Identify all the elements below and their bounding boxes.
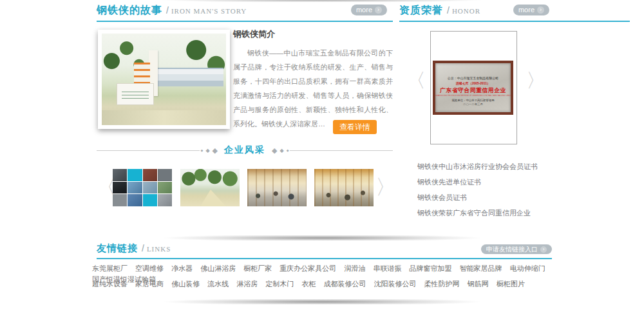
honor-more-button[interactable]: more› (513, 5, 549, 15)
friend-link[interactable]: 柔性防护网 (424, 279, 460, 290)
story-more-button[interactable]: more› (351, 5, 387, 15)
links-top-shadow-divider (100, 235, 544, 241)
certificate-viewer[interactable]: 公示：中山市瑞宝五金制品有限公司 连续七年（2005-2011） 广东省守合同重… (430, 31, 517, 144)
friend-links-row-2: 超纯水设备 家居电商 佛山装修 流水线 淋浴房 定制木门 衣柜 成都装修公司 沈… (92, 279, 552, 290)
gallery-image-workshop-2[interactable] (314, 169, 374, 206)
story-subtitle: IRON MAN'S STORY (171, 7, 247, 15)
title-slash: / (142, 243, 144, 253)
plaque-date-line: 二〇一二年三月 (435, 102, 511, 106)
intro-heading: 钢铁侠简介 (233, 28, 393, 40)
plaque-award-title-en: GUANGDONG PROVINCE ENTERPRISE OF OBSERVI… (435, 95, 511, 97)
friend-link[interactable]: 沈阳装修公司 (374, 279, 417, 290)
divider-line (97, 150, 200, 151)
plaque-award-title: 广东省守合同重信用企业 (435, 87, 511, 95)
links-title: 友情链接 (97, 242, 138, 253)
friend-link[interactable]: 佛山淋浴房 (200, 263, 236, 274)
factory-building (151, 68, 223, 86)
apply-link-button[interactable]: 申请友情链接入口› (481, 244, 552, 254)
plaque-years-line: 连续七年（2005-2011） (435, 81, 511, 86)
honor-list-item[interactable]: 钢铁侠荣获广东省守合同重信用企业 (417, 205, 623, 221)
diamond-icon: ◆ (287, 148, 289, 152)
title-slash: / (166, 5, 169, 15)
links-section-header: 友情链接/LINKS 申请友情链接入口› (97, 242, 552, 259)
honor-list-item[interactable]: 钢铁侠会员证书 (417, 190, 623, 205)
gallery-image-collage[interactable] (113, 169, 172, 206)
diamond-icon: ◆ (213, 146, 218, 155)
friend-link[interactable]: 品牌窗帘加盟 (410, 263, 452, 274)
friend-link[interactable]: 润滑油 (344, 263, 365, 274)
gallery-image-workshop-1[interactable] (247, 169, 307, 206)
certificate-plaque-image: 公示：中山市瑞宝五金制品有限公司 连续七年（2005-2011） 广东省守合同重… (433, 61, 513, 115)
friend-link[interactable]: 串联谐振 (373, 263, 401, 274)
intro-paragraph: 钢铁侠——中山市瑞宝五金制品有限公司的下属子品牌，专注于收纳系统的研发、生产、销… (233, 46, 393, 131)
honor-section-header: 资质荣誉/HONOR more› (399, 4, 630, 22)
friend-link[interactable]: 净水器 (171, 263, 193, 274)
honor-next-arrow[interactable]: 〉 (526, 70, 545, 92)
friend-link[interactable]: 流水线 (207, 279, 229, 290)
company-photo[interactable] (98, 30, 230, 129)
chevron-right-icon: › (537, 6, 544, 14)
honor-list-item[interactable]: 钢铁侠先进单位证书 (417, 174, 623, 190)
driveway (102, 110, 226, 125)
friend-link[interactable]: 成都装修公司 (323, 279, 366, 290)
honor-list-item[interactable]: 钢铁侠中山市沐浴房行业协会会员证书 (417, 159, 623, 174)
friend-link[interactable]: 空调维修 (135, 263, 164, 274)
carousel-next-arrow[interactable]: 〉 (375, 175, 396, 199)
story-title: 钢铁侠的故事 (97, 5, 162, 15)
friend-link[interactable]: 衣柜 (301, 279, 316, 290)
title-slash: / (447, 5, 450, 15)
view-details-button[interactable]: 查看详情 (333, 120, 377, 134)
friend-link[interactable]: 定制木门 (265, 279, 294, 290)
diamond-icon: ◆ (201, 148, 204, 152)
honor-list: 钢铁侠中山市沐浴房行业协会会员证书 钢铁侠先进单位证书 钢铁侠会员证书 钢铁侠荣… (417, 159, 623, 221)
story-section-header: 钢铁侠的故事/IRON MAN'S STORY more› (97, 4, 393, 22)
showcase-title: 企业风采 (224, 144, 265, 156)
honor-title: 资质荣誉 (399, 5, 443, 15)
friend-link[interactable]: 淋浴房 (236, 279, 258, 290)
diamond-icon: ◆ (279, 148, 283, 153)
honor-prev-arrow[interactable]: 〈 (406, 70, 426, 92)
links-subtitle: LINKS (147, 245, 171, 253)
friend-link[interactable]: 东莞展柜厂 (92, 263, 128, 274)
bottom-shadow-divider (100, 299, 544, 304)
friend-link[interactable]: 橱柜图片 (497, 279, 525, 290)
plaque-company-line: 公示：中山市瑞宝五金制品有限公司 (435, 76, 511, 81)
friend-link[interactable]: 重庆办公家具公司 (279, 263, 336, 274)
friend-link[interactable]: 智能家居品牌 (460, 263, 502, 274)
friend-link[interactable]: 钢筋网 (468, 279, 489, 290)
divider-line (290, 150, 393, 151)
gallery-image-road[interactable] (180, 169, 240, 206)
company-intro: 钢铁侠简介 钢铁侠——中山市瑞宝五金制品有限公司的下属子品牌，专注于收纳系统的研… (233, 28, 393, 131)
friend-link[interactable]: 橱柜厂家 (243, 263, 272, 274)
honor-subtitle: HONOR (452, 7, 480, 15)
friend-link[interactable]: 电动伸缩门 (510, 263, 545, 274)
chevron-right-icon: › (540, 246, 547, 253)
diamond-icon: ◆ (205, 148, 209, 153)
company-sign (117, 83, 154, 106)
diamond-icon: ◆ (272, 146, 277, 155)
friend-link[interactable]: 佛山装修 (171, 279, 200, 290)
chevron-right-icon: › (375, 6, 382, 14)
friend-link[interactable]: 超纯水设备 (92, 279, 128, 290)
factory-scene-image (102, 34, 226, 125)
friend-link[interactable]: 家居电商 (135, 279, 164, 290)
top-shadow-divider (90, 0, 554, 2)
collage-grid (113, 169, 172, 206)
showcase-header: ◆ ◆ ◆ 企业风采 ◆ ◆ ◆ (97, 144, 393, 156)
